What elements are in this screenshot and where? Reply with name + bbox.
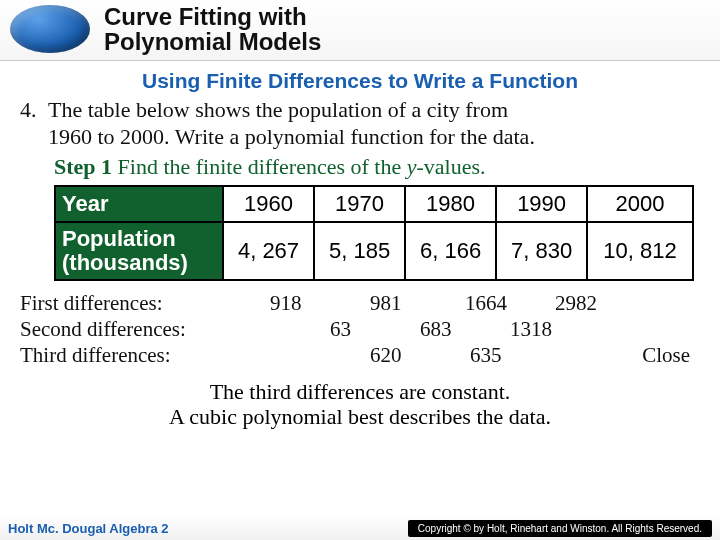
first-diff-val: 1664 [465,291,507,316]
content: 4.The table below shows the population o… [0,97,720,429]
pop-cell: 7, 830 [496,222,587,280]
first-diff-val: 981 [370,291,402,316]
footer-right: Copyright © by Holt, Rinehart and Winsto… [408,520,712,537]
second-diff-val: 683 [420,317,452,342]
title-line1: Curve Fitting with [104,4,321,29]
footer: Holt Mc. Dougal Algebra 2 Copyright © by… [0,516,720,540]
footer-left: Holt Mc. Dougal Algebra 2 [8,521,169,536]
second-diff-label: Second differences: [20,317,186,342]
third-diff-val: 635 [470,343,502,368]
page-title: Curve Fitting with Polynomial Models [104,4,321,54]
table-row: Population(thousands) 4, 267 5, 185 6, 1… [55,222,693,280]
logo-oval [10,5,90,53]
step1: Step 1 Find the finite differences of th… [54,154,700,180]
first-diff-val: 2982 [555,291,597,316]
year-cell: 1990 [496,186,587,222]
step-label: Step 1 [54,154,112,179]
pop-cell: 5, 185 [314,222,405,280]
first-diff-label: First differences: [20,291,163,316]
year-cell: 2000 [587,186,693,222]
differences-block: First differences: Second differences: T… [20,291,700,377]
year-cell: 1970 [314,186,405,222]
pop-cell: 6, 166 [405,222,496,280]
problem-line1: The table below shows the population of … [48,97,508,122]
year-label: Year [55,186,223,222]
conclusion-l2: A cubic polynomial best describes the da… [20,404,700,429]
table-row: Year 1960 1970 1980 1990 2000 [55,186,693,222]
conclusion: The third differences are constant. A cu… [20,379,700,430]
year-cell: 1980 [405,186,496,222]
step-rest: Find the finite differences of the [112,154,407,179]
problem-line2: 1960 to 2000. Write a polynomial functio… [48,124,535,149]
problem-number: 4. [20,97,48,123]
title-bar: Curve Fitting with Polynomial Models [0,0,720,61]
third-diff-label: Third differences: [20,343,171,368]
second-diff-val: 1318 [510,317,552,342]
pop-cell: 10, 812 [587,222,693,280]
title-line2: Polynomial Models [104,29,321,54]
second-diff-val: 63 [330,317,351,342]
conclusion-l1: The third differences are constant. [20,379,700,404]
problem-text: 4.The table below shows the population o… [20,97,700,150]
subtitle: Using Finite Differences to Write a Func… [0,69,720,93]
pop-cell: 4, 267 [223,222,314,280]
close-label: Close [642,343,690,368]
step-rest2: -values. [417,154,486,179]
y-var: y [407,154,417,179]
pop-label-l2: (thousands) [62,250,188,275]
year-cell: 1960 [223,186,314,222]
pop-label: Population(thousands) [55,222,223,280]
first-diff-val: 918 [270,291,302,316]
pop-label-l1: Population [62,226,176,251]
data-table: Year 1960 1970 1980 1990 2000 Population… [54,185,694,281]
third-diff-val: 620 [370,343,402,368]
